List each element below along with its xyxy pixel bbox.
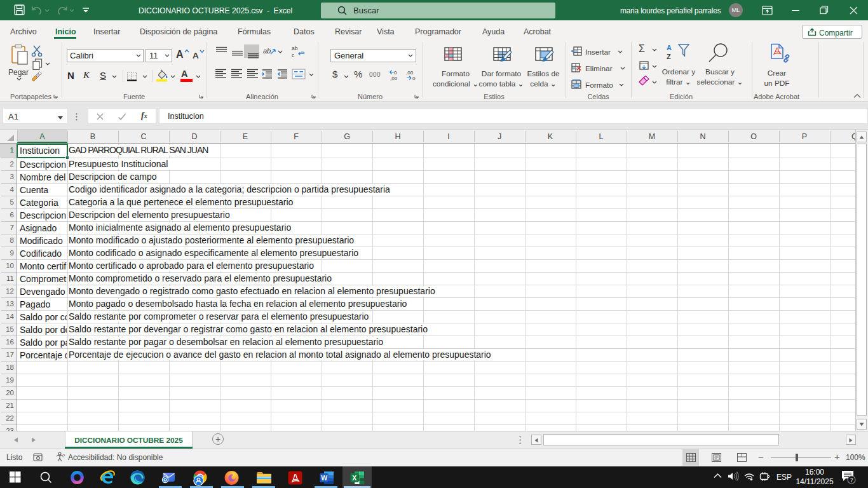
svg-text:A: A xyxy=(667,44,672,51)
svg-text:W: W xyxy=(321,474,327,482)
svg-text:7: 7 xyxy=(850,477,853,484)
svg-text:X: X xyxy=(352,474,356,482)
svg-text:,00: ,00 xyxy=(390,76,398,81)
svg-text:ab: ab xyxy=(263,47,271,55)
svg-text:,00: ,00 xyxy=(406,70,414,76)
svg-text:c: c xyxy=(292,52,295,58)
svg-text:Z: Z xyxy=(667,53,671,60)
svg-text:?: ? xyxy=(62,453,65,459)
svg-text:0: 0 xyxy=(412,76,416,81)
svg-text:ab: ab xyxy=(292,45,298,51)
svg-text:0: 0 xyxy=(394,70,397,76)
